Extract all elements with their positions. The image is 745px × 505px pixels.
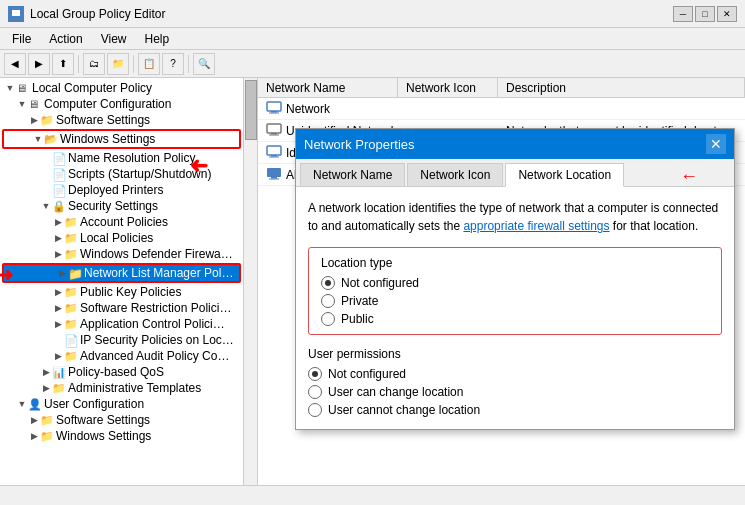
expand-icon: ▶ <box>28 114 40 126</box>
expand-icon <box>52 334 64 346</box>
radio-private[interactable]: Private <box>321 294 709 308</box>
folder-icon: 📁 <box>64 248 78 260</box>
scroll-thumb[interactable] <box>245 80 257 140</box>
node-label: Public Key Policies <box>80 285 181 299</box>
node-label: Network List Manager Pol… <box>84 266 233 280</box>
menu-action[interactable]: Action <box>41 30 90 48</box>
svg-rect-1 <box>12 10 20 16</box>
arrow-windows-settings: ➜ <box>190 153 208 179</box>
tree-node-software-restriction[interactable]: ▶ 📁 Software Restriction Polici… <box>0 300 243 316</box>
expand-icon <box>40 168 52 180</box>
tree-node-ip-security[interactable]: 📄 IP Security Policies on Loc… <box>0 332 243 348</box>
folder-open-icon: 📂 <box>44 133 58 145</box>
maximize-button[interactable]: □ <box>695 6 715 22</box>
menu-bar: File Action View Help <box>0 28 745 50</box>
tree-node-public-key[interactable]: ▶ 📁 Public Key Policies <box>0 284 243 300</box>
svg-rect-6 <box>267 124 281 133</box>
title-bar: Local Group Policy Editor ─ □ ✕ <box>0 0 745 28</box>
radio-public-indicator <box>321 312 335 326</box>
toolbar: ◀ ▶ ⬆ 🗂 📁 📋 ? 🔍 <box>0 50 745 78</box>
firewall-link[interactable]: appropriate firewall settings <box>463 219 609 233</box>
tree-node-user-software[interactable]: ▶ 📁 Software Settings <box>0 412 243 428</box>
tree-node-local-computer-policy[interactable]: ▼ 🖥 Local Computer Policy <box>0 80 243 96</box>
separator-1 <box>78 55 79 73</box>
tree-scrollbar[interactable] <box>243 78 257 485</box>
up-button[interactable]: ⬆ <box>52 53 74 75</box>
node-label: Deployed Printers <box>68 183 163 197</box>
tree-node-user-configuration[interactable]: ▼ 👤 User Configuration <box>0 396 243 412</box>
dialog-titlebar: Network Properties ✕ <box>296 129 734 159</box>
tree-node-account-policies[interactable]: ▶ 📁 Account Policies <box>0 214 243 230</box>
col-header-network-name[interactable]: Network Name <box>258 78 398 97</box>
col-header-network-icon[interactable]: Network Icon <box>398 78 498 97</box>
radio-can-change-indicator <box>308 385 322 399</box>
expand-icon <box>40 184 52 196</box>
svg-rect-2 <box>14 18 18 19</box>
folder-icon: 📁 <box>64 216 78 228</box>
col-header-description[interactable]: Description <box>498 78 745 97</box>
folder-button[interactable]: 📁 <box>107 53 129 75</box>
menu-view[interactable]: View <box>93 30 135 48</box>
help-button[interactable]: ? <box>162 53 184 75</box>
forward-button[interactable]: ▶ <box>28 53 50 75</box>
menu-file[interactable]: File <box>4 30 39 48</box>
network-name-cell: Network <box>258 100 398 117</box>
tab-network-name[interactable]: Network Name <box>300 163 405 186</box>
node-label: Account Policies <box>80 215 168 229</box>
node-label: Software Settings <box>56 413 150 427</box>
svg-rect-7 <box>271 133 277 135</box>
tree-node-software-settings[interactable]: ▶ 📁 Software Settings <box>0 112 243 128</box>
radio-public[interactable]: Public <box>321 312 709 326</box>
location-type-section: Location type Not configured Private <box>308 247 722 335</box>
tree-node-app-control[interactable]: ▶ 📁 Application Control Polici… <box>0 316 243 332</box>
network-properties-dialog: Network Properties ✕ Network Name Networ… <box>295 128 735 430</box>
tree-node-admin-templates[interactable]: ▶ 📁 Administrative Templates <box>0 380 243 396</box>
network-list-manager-container: ▶ 📁 Network List Manager Pol… ➜ <box>0 263 243 283</box>
radio-perm-not-configured[interactable]: Not configured <box>308 367 722 381</box>
svg-rect-14 <box>269 179 279 180</box>
tree-node-deployed-printers[interactable]: 📄 Deployed Printers <box>0 182 243 198</box>
list-item[interactable]: Network <box>258 98 745 120</box>
tree-node-computer-configuration[interactable]: ▼ 🖥 Computer Configuration <box>0 96 243 112</box>
tree-node-windows-defender[interactable]: ▶ 📁 Windows Defender Firewa… <box>0 246 243 262</box>
node-label: Software Settings <box>56 113 150 127</box>
expand-icon: ▼ <box>32 133 44 145</box>
expand-icon: ▶ <box>52 248 64 260</box>
tree-content: ▼ 🖥 Local Computer Policy ▼ 🖥 Computer C… <box>0 78 243 446</box>
expand-icon: ▶ <box>52 286 64 298</box>
svg-rect-10 <box>271 155 277 157</box>
expand-icon: ▼ <box>16 98 28 110</box>
network-row-icon <box>266 100 282 117</box>
tree-node-user-windows[interactable]: ▶ 📁 Windows Settings <box>0 428 243 444</box>
show-hide-tree-button[interactable]: 🗂 <box>83 53 105 75</box>
properties-button[interactable]: 📋 <box>138 53 160 75</box>
dialog-close-button[interactable]: ✕ <box>706 134 726 154</box>
node-label: IP Security Policies on Loc… <box>80 333 234 347</box>
node-label: Windows Settings <box>56 429 151 443</box>
tree-node-security-settings[interactable]: ▼ 🔒 Security Settings <box>0 198 243 214</box>
node-label: Software Restriction Polici… <box>80 301 231 315</box>
network-list-highlight: ▶ 📁 Network List Manager Pol… <box>2 263 241 283</box>
tab-network-location[interactable]: Network Location ← <box>505 163 624 187</box>
tree-node-network-list-manager[interactable]: ▶ 📁 Network List Manager Pol… <box>4 265 239 281</box>
node-label: Local Policies <box>80 231 153 245</box>
minimize-button[interactable]: ─ <box>673 6 693 22</box>
tree-node-advanced-audit[interactable]: ▶ 📁 Advanced Audit Policy Co… <box>0 348 243 364</box>
separator-3 <box>188 55 189 73</box>
close-button[interactable]: ✕ <box>717 6 737 22</box>
back-button[interactable]: ◀ <box>4 53 26 75</box>
radio-not-configured[interactable]: Not configured <box>321 276 709 290</box>
menu-help[interactable]: Help <box>137 30 178 48</box>
tab-network-icon[interactable]: Network Icon <box>407 163 503 186</box>
tree-node-local-policies[interactable]: ▶ 📁 Local Policies <box>0 230 243 246</box>
expand-icon: ▶ <box>28 414 40 426</box>
search-button[interactable]: 🔍 <box>193 53 215 75</box>
tree-node-windows-settings[interactable]: ▼ 📂 Windows Settings <box>4 131 239 147</box>
folder-icon: 📁 <box>40 430 54 442</box>
radio-can-change[interactable]: User can change location <box>308 385 722 399</box>
location-type-options: Not configured Private Public <box>321 276 709 326</box>
radio-private-indicator <box>321 294 335 308</box>
radio-cannot-change[interactable]: User cannot change location <box>308 403 722 417</box>
tree-node-policy-qos[interactable]: ▶ 📊 Policy-based QoS <box>0 364 243 380</box>
node-label: Local Computer Policy <box>32 81 152 95</box>
